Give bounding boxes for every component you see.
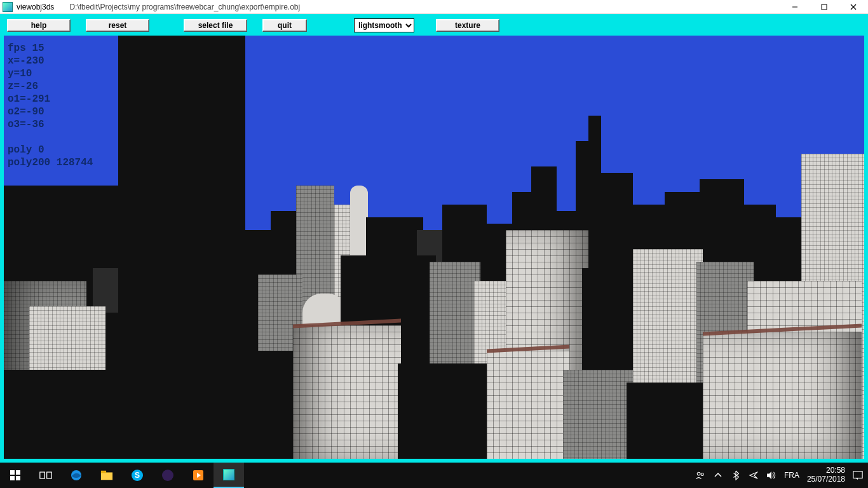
- app-icon: [3, 2, 13, 12]
- stats-overlay: fps 15 x=-230 y=10 z=-26 o1=-291 o2=-90 …: [8, 42, 93, 169]
- start-button[interactable]: [0, 463, 31, 488]
- svg-point-15: [162, 470, 173, 481]
- svg-rect-1: [822, 4, 827, 10]
- svg-point-18: [697, 472, 700, 475]
- file-path: D:\fbedit\Projects\my programs\freewebca…: [69, 3, 300, 11]
- app-name: viewobj3ds: [17, 3, 54, 11]
- quit-button[interactable]: quit: [262, 19, 307, 32]
- media-player-icon[interactable]: [183, 463, 214, 488]
- svg-rect-9: [47, 472, 52, 478]
- texture-button[interactable]: texture: [436, 19, 499, 32]
- maximize-button[interactable]: [810, 0, 839, 14]
- reset-button[interactable]: reset: [86, 19, 149, 32]
- svg-rect-11: [101, 472, 112, 480]
- tray-chevron-icon[interactable]: [713, 470, 723, 480]
- taskbar: S FRA 20:58 25/07/2018: [0, 463, 868, 488]
- firefox-icon[interactable]: [153, 463, 183, 488]
- file-explorer-icon[interactable]: [92, 463, 122, 488]
- clock-date: 25/07/2018: [807, 475, 845, 484]
- svg-rect-8: [40, 472, 45, 478]
- city-scene: [4, 36, 864, 459]
- airplane-mode-icon[interactable]: [749, 470, 759, 480]
- window-controls: [780, 0, 868, 14]
- people-icon[interactable]: [695, 470, 705, 480]
- notifications-icon[interactable]: [853, 470, 863, 480]
- app-taskbar-icon[interactable]: [214, 463, 244, 488]
- svg-rect-12: [101, 471, 106, 473]
- volume-icon[interactable]: [766, 470, 776, 480]
- close-button[interactable]: [839, 0, 868, 14]
- svg-rect-7: [16, 476, 20, 480]
- 3d-viewport[interactable]: fps 15 x=-230 y=10 z=-26 o1=-291 o2=-90 …: [4, 36, 864, 459]
- skype-icon[interactable]: S: [122, 463, 153, 488]
- app-frame: help reset select file quit lightsmooth …: [0, 14, 868, 463]
- language-indicator[interactable]: FRA: [784, 471, 799, 480]
- clock-time: 20:58: [807, 466, 845, 475]
- svg-point-19: [701, 473, 703, 475]
- bluetooth-icon[interactable]: [731, 470, 741, 480]
- edge-icon[interactable]: [61, 463, 92, 488]
- svg-rect-21: [853, 471, 862, 478]
- shading-mode-select[interactable]: lightsmooth: [354, 18, 414, 32]
- clock[interactable]: 20:58 25/07/2018: [807, 466, 845, 484]
- window-titlebar: viewobj3ds D:\fbedit\Projects\my program…: [0, 0, 868, 14]
- svg-marker-20: [767, 471, 771, 479]
- svg-rect-5: [16, 470, 20, 475]
- select-file-button[interactable]: select file: [184, 19, 247, 32]
- minimize-button[interactable]: [780, 0, 810, 14]
- help-button[interactable]: help: [7, 19, 71, 32]
- svg-text:S: S: [135, 471, 140, 480]
- toolbar: help reset select file quit lightsmooth …: [3, 17, 865, 34]
- task-view-button[interactable]: [31, 463, 61, 488]
- svg-rect-4: [10, 470, 15, 475]
- svg-rect-6: [10, 476, 15, 480]
